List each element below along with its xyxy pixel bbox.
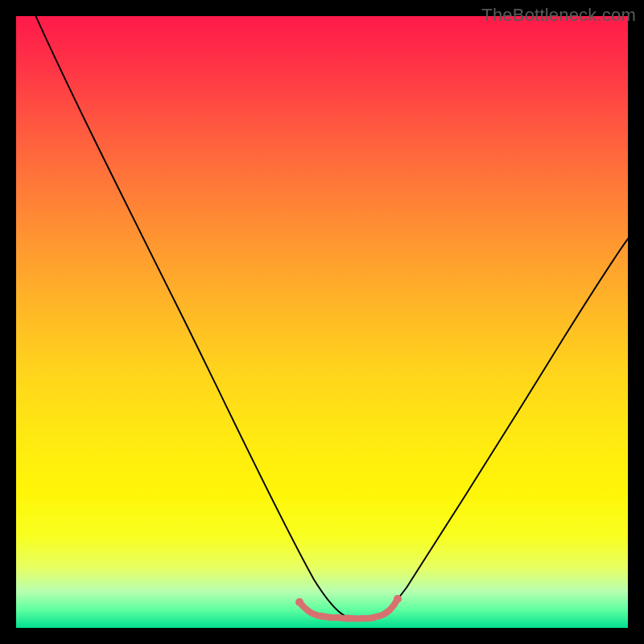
chart-svg	[16, 16, 628, 628]
marker-dot-icon	[394, 595, 402, 603]
marker-dot-icon	[295, 598, 303, 606]
marker-dot-icon	[370, 614, 377, 621]
marker-dot-icon	[319, 613, 325, 619]
marker-dot-icon	[345, 615, 352, 622]
bottleneck-curve	[32, 16, 628, 620]
chart-plot-area	[16, 16, 628, 628]
watermark-text: TheBottleneck.com	[481, 5, 636, 26]
